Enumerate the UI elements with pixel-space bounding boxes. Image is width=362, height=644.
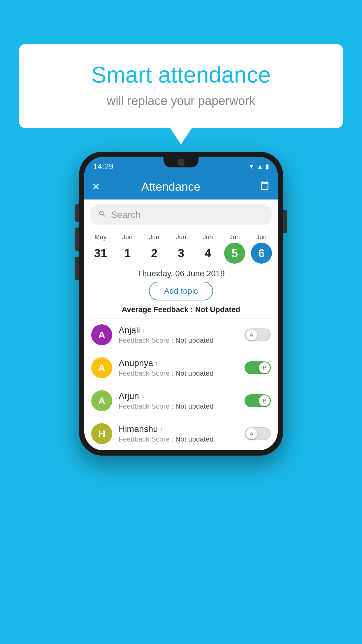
toggle-knob-arjun: P bbox=[259, 395, 270, 406]
date-row: May 31 Jun 1 Jun 2 Jun 3 Jun 4 bbox=[84, 230, 278, 264]
student-info-himanshu: Himanshu › Feedback Score : Not updated bbox=[119, 424, 238, 443]
date-cell-2[interactable]: Jun 2 bbox=[143, 233, 166, 264]
student-info-arjun: Arjun › Feedback Score : Not updated bbox=[119, 391, 238, 410]
phone-notch bbox=[164, 157, 198, 167]
avatar-arjun: A bbox=[91, 390, 112, 411]
toggle-knob-himanshu: A bbox=[246, 428, 257, 439]
student-feedback-arjun: Feedback Score : Not updated bbox=[119, 402, 238, 410]
app-bar: × Attendance bbox=[84, 174, 278, 200]
avatar-anjali: A bbox=[91, 324, 112, 345]
speech-bubble-container: Smart attendance will replace your paper… bbox=[19, 44, 343, 128]
toggle-anupriya[interactable]: P bbox=[245, 361, 271, 374]
student-name-himanshu: Himanshu › bbox=[119, 424, 238, 434]
avatar-anupriya: A bbox=[91, 357, 112, 378]
search-icon bbox=[98, 210, 106, 220]
student-info-anupriya: Anupriya › Feedback Score : Not updated bbox=[119, 358, 238, 377]
search-input[interactable]: Search bbox=[111, 209, 140, 220]
speech-bubble-title: Smart attendance bbox=[42, 61, 320, 89]
student-row-anupriya[interactable]: A Anupriya › Feedback Score : Not update… bbox=[84, 351, 278, 384]
toggle-himanshu[interactable]: A bbox=[245, 427, 271, 440]
phone-camera bbox=[178, 159, 184, 166]
date-cell-5[interactable]: Jun 5 bbox=[223, 233, 246, 264]
volume-up-button bbox=[75, 204, 79, 222]
search-bar[interactable]: Search bbox=[90, 204, 272, 225]
speech-bubble: Smart attendance will replace your paper… bbox=[19, 44, 343, 128]
silent-button bbox=[75, 257, 79, 280]
calendar-icon[interactable] bbox=[260, 181, 270, 193]
student-row-arjun[interactable]: A Arjun › Feedback Score : Not updated P bbox=[84, 384, 278, 417]
status-icons: ▼ ▲ ▮ bbox=[248, 163, 269, 170]
date-cell-1[interactable]: Jun 1 bbox=[116, 233, 139, 264]
power-button bbox=[283, 210, 287, 233]
status-time: 14:29 bbox=[93, 162, 113, 171]
average-feedback: Average Feedback : Not Updated bbox=[84, 305, 278, 314]
date-cell-4[interactable]: Jun 4 bbox=[196, 233, 219, 264]
student-feedback-anjali: Feedback Score : Not updated bbox=[119, 336, 238, 344]
date-cell-0[interactable]: May 31 bbox=[89, 233, 112, 264]
student-row-himanshu[interactable]: H Himanshu › Feedback Score : Not update… bbox=[84, 417, 278, 450]
chevron-icon: › bbox=[155, 359, 158, 367]
toggle-knob-anjali: A bbox=[246, 329, 257, 340]
wifi-icon: ▼ bbox=[248, 163, 254, 170]
chevron-icon: › bbox=[142, 326, 145, 334]
toggle-knob-anupriya: P bbox=[259, 362, 270, 373]
signal-icon: ▲ bbox=[257, 163, 263, 170]
volume-down-button bbox=[75, 228, 79, 251]
selected-date-label: Thursday, 06 June 2019 bbox=[84, 269, 278, 278]
toggle-anjali[interactable]: A bbox=[245, 328, 271, 341]
speech-bubble-subtitle: will replace your paperwork bbox=[42, 94, 320, 108]
student-feedback-himanshu: Feedback Score : Not updated bbox=[119, 435, 238, 443]
student-feedback-anupriya: Feedback Score : Not updated bbox=[119, 369, 238, 377]
avatar-himanshu: H bbox=[91, 423, 112, 444]
phone-frame: 14:29 ▼ ▲ ▮ × Attendance bbox=[79, 152, 283, 456]
chevron-icon: › bbox=[141, 392, 144, 400]
battery-icon: ▮ bbox=[266, 163, 269, 170]
student-name-arjun: Arjun › bbox=[119, 391, 238, 401]
date-cell-3[interactable]: Jun 3 bbox=[169, 233, 193, 264]
chevron-icon: › bbox=[160, 425, 163, 433]
student-info-anjali: Anjali › Feedback Score : Not updated bbox=[119, 325, 238, 344]
app-bar-title: Attendance bbox=[89, 180, 253, 193]
student-name-anupriya: Anupriya › bbox=[119, 358, 238, 368]
toggle-arjun[interactable]: P bbox=[245, 394, 271, 407]
phone-screen: 14:29 ▼ ▲ ▮ × Attendance bbox=[84, 157, 278, 450]
student-name-anjali: Anjali › bbox=[119, 325, 238, 335]
add-topic-button[interactable]: Add topic bbox=[149, 282, 213, 300]
student-row-anjali[interactable]: A Anjali › Feedback Score : Not updated … bbox=[84, 318, 278, 351]
phone-container: 14:29 ▼ ▲ ▮ × Attendance bbox=[79, 152, 283, 456]
date-cell-6[interactable]: Jun 6 bbox=[250, 233, 273, 264]
